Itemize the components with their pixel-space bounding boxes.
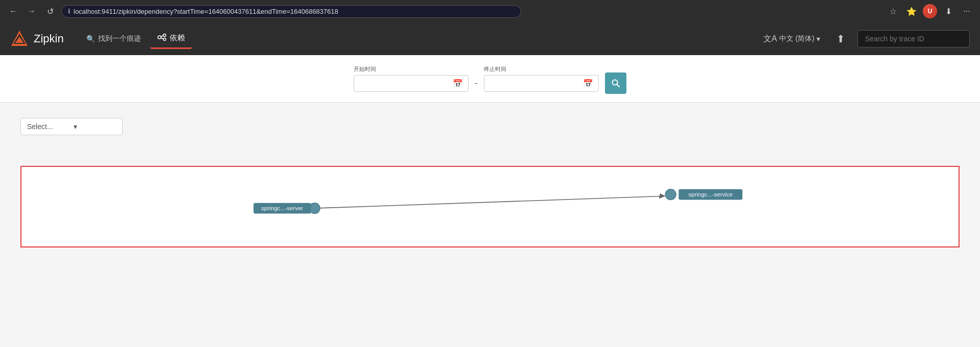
fav-button[interactable]: ⭐ <box>904 4 919 18</box>
header-right: 文A 中文 (简体) ▾ ⬆ <box>759 30 970 47</box>
translate-icon: 文A <box>763 34 777 44</box>
nav-items: 🔍 找到一个痕迹 依赖 <box>79 29 192 49</box>
logo-area: Zipkin <box>10 30 64 48</box>
logo-text: Zipkin <box>34 32 64 45</box>
svg-point-4 <box>163 34 166 37</box>
profile-button[interactable]: U <box>923 4 937 18</box>
svg-line-6 <box>161 36 164 37</box>
app-header: Zipkin 🔍 找到一个痕迹 依赖 文A 中文 (简体) ▾ <box>0 22 980 55</box>
end-time-label: 终止时间 <box>484 65 599 73</box>
main-content: Select... ▾ springc...-server springc...… <box>0 103 980 347</box>
svg-line-7 <box>161 38 164 39</box>
download-button[interactable]: ⬇ <box>941 4 955 18</box>
user-avatar: U <box>923 4 937 18</box>
forward-button[interactable]: → <box>25 4 39 18</box>
address-bar[interactable]: ℹ localhost:9411/zipkin/dependency?start… <box>61 5 521 18</box>
address-text: localhost:9411/zipkin/dependency?startTi… <box>74 8 338 15</box>
service-select[interactable]: Select... ▾ <box>20 118 123 135</box>
node1-circle[interactable] <box>309 203 320 214</box>
search-icon <box>611 79 620 88</box>
search-nav-icon: 🔍 <box>86 35 95 43</box>
back-button[interactable]: ← <box>6 4 20 18</box>
browser-chrome: ← → ↺ ℹ localhost:9411/zipkin/dependency… <box>0 0 980 22</box>
nav-find-trace[interactable]: 🔍 找到一个痕迹 <box>79 30 148 47</box>
nav-dependency-label: 依赖 <box>170 33 185 43</box>
search-trace-input[interactable] <box>857 30 970 47</box>
svg-point-5 <box>163 38 166 41</box>
language-selector[interactable]: 文A 中文 (简体) ▾ <box>759 32 824 46</box>
filter-area: 开始时间 12/27/2021 18:20:37 📅 - 终止时间 12/28/… <box>0 55 980 103</box>
svg-point-3 <box>158 36 161 39</box>
dependency-graph: springc...-server springc...-service <box>20 166 960 247</box>
nav-find-trace-label: 找到一个痕迹 <box>98 34 141 43</box>
node2-label: springc...-service <box>688 191 732 197</box>
chevron-down-icon: ▾ <box>74 122 116 131</box>
end-calendar-icon[interactable]: 📅 <box>583 79 593 88</box>
lang-label: 中文 (简体) <box>779 34 814 43</box>
start-time-input-wrapper[interactable]: 12/27/2021 18:20:37 📅 <box>354 75 469 92</box>
service-select-value: Select... <box>27 122 69 131</box>
start-calendar-icon[interactable]: 📅 <box>453 79 463 88</box>
bookmark-button[interactable]: ☆ <box>886 4 900 18</box>
zipkin-logo-icon <box>10 30 29 48</box>
graph-edge <box>315 196 665 208</box>
svg-line-9 <box>617 85 619 87</box>
start-time-group: 开始时间 12/27/2021 18:20:37 📅 <box>354 65 469 92</box>
node1-label: springc...-server <box>261 205 303 211</box>
end-time-input[interactable]: 12/28/2021 18:20:37 <box>489 80 579 88</box>
search-button[interactable] <box>605 72 626 94</box>
nav-dependency[interactable]: 依赖 <box>150 29 192 49</box>
address-security-icon: ℹ <box>68 8 71 15</box>
dependency-nav-icon <box>157 33 167 43</box>
graph-svg: springc...-server springc...-service <box>21 167 959 246</box>
upload-button[interactable]: ⬆ <box>832 31 849 47</box>
lang-chevron-icon: ▾ <box>816 35 820 43</box>
reload-button[interactable]: ↺ <box>43 4 57 18</box>
date-range-separator: - <box>475 79 477 88</box>
menu-button[interactable]: ··· <box>960 4 974 18</box>
start-time-input[interactable]: 12/27/2021 18:20:37 <box>359 80 449 88</box>
end-time-input-wrapper[interactable]: 12/28/2021 18:20:37 📅 <box>484 75 599 92</box>
start-time-label: 开始时间 <box>354 65 469 73</box>
end-time-group: 终止时间 12/28/2021 18:20:37 📅 <box>484 65 599 92</box>
graph-arrow <box>659 193 665 199</box>
node2-circle[interactable] <box>665 189 676 200</box>
browser-actions: ☆ ⭐ U ⬇ ··· <box>886 4 974 18</box>
